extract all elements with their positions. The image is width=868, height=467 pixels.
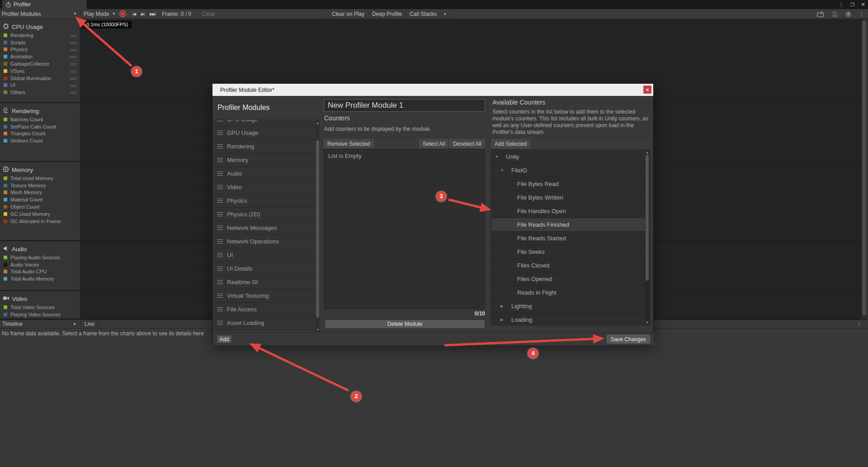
live-toggle[interactable]: Live — [81, 319, 98, 329]
help-icon[interactable]: ? — [845, 11, 851, 17]
legend-item[interactable]: Pre-buffered frames — [0, 318, 80, 319]
details-kebab-icon[interactable]: ⋮ — [856, 321, 862, 327]
dialog-titlebar[interactable]: Profiler Module Editor* — [212, 84, 653, 96]
save-profile-icon[interactable] — [832, 11, 838, 17]
drag-handle-icon[interactable] — [70, 78, 76, 78]
next-frame-button[interactable]: ▶| — [138, 12, 147, 16]
module-header[interactable]: CPU Usage — [0, 22, 80, 32]
legend-item[interactable]: GarbageCollector — [0, 60, 80, 67]
remove-selected-button[interactable]: Remove Selected — [324, 139, 374, 148]
legend-item[interactable]: Physics — [0, 46, 80, 53]
module-list-item-virtual-texturing[interactable]: Virtual Texturing — [212, 289, 316, 303]
tab-profiler[interactable]: Profiler — [2, 0, 87, 9]
foldout-collapsed-icon[interactable]: ▶ — [500, 318, 503, 322]
module-list-item-audio[interactable]: Audio — [212, 167, 316, 181]
legend-item[interactable]: Scripts — [0, 39, 80, 46]
load-profile-icon[interactable] — [817, 11, 824, 17]
legend-item[interactable]: SetPass Calls Count — [0, 123, 80, 130]
scroll-down-icon[interactable]: ▼ — [646, 321, 649, 324]
module-list-item-ui-details[interactable]: UI Details — [212, 262, 316, 276]
module-header[interactable]: Audio — [0, 244, 80, 254]
select-all-button[interactable]: Select All — [419, 139, 448, 148]
legend-item[interactable]: Vertices Count — [0, 137, 80, 144]
window-restore-icon[interactable]: ❐ — [850, 2, 854, 7]
legend-item[interactable]: Global Illumination — [0, 75, 80, 82]
counter-tree-item-lighting[interactable]: ▶Lighting — [491, 300, 650, 313]
module-header[interactable]: Memory — [0, 165, 80, 175]
drag-handle-icon[interactable] — [217, 160, 223, 161]
legend-item[interactable]: Others — [0, 89, 80, 96]
legend-item[interactable]: Triangles Count — [0, 130, 80, 138]
legend-item[interactable]: Animation — [0, 53, 80, 60]
counter-tree-item-file-reads-finished[interactable]: File Reads Finished — [491, 218, 650, 232]
window-close-icon[interactable]: ✕ — [861, 1, 865, 8]
drag-handle-icon[interactable] — [70, 56, 76, 57]
current-frame-button[interactable]: ▶▶| — [147, 12, 158, 16]
drag-handle-icon[interactable] — [217, 133, 223, 133]
drag-handle-icon[interactable] — [70, 42, 76, 43]
drag-handle-icon[interactable] — [70, 35, 76, 35]
module-list-item-realtime-gi[interactable]: Realtime GI — [212, 276, 316, 289]
legend-item[interactable]: Total Audio CPU — [0, 268, 80, 276]
drag-handle-icon[interactable] — [217, 323, 223, 324]
window-menu-icon[interactable]: ⋮ — [839, 1, 844, 8]
module-list-item-gpu-usage[interactable]: GPU Usage — [212, 126, 316, 140]
module-list-item-physics[interactable]: Physics — [212, 194, 316, 208]
dialog-close-button[interactable]: ✕ — [643, 86, 651, 94]
counter-tree-item-fileio[interactable]: ▼FileIO — [491, 164, 650, 177]
add-selected-button[interactable]: Add Selected — [491, 139, 530, 148]
drag-handle-icon[interactable] — [217, 295, 223, 296]
legend-item[interactable]: Batches Count — [0, 116, 80, 123]
legend-item[interactable]: Playing Video Sources — [0, 311, 80, 318]
counter-tree-item-files-closed[interactable]: Files Closed — [491, 259, 650, 272]
drag-handle-icon[interactable] — [217, 309, 223, 310]
drag-handle-icon[interactable] — [217, 146, 223, 147]
module-list-item-memory[interactable]: Memory — [212, 153, 316, 167]
module-counters-list[interactable]: List is Empty — [324, 149, 485, 309]
legend-item[interactable]: Total Used Memory — [0, 175, 80, 182]
legend-item[interactable]: Texture Memory — [0, 182, 80, 189]
legend-item[interactable]: Rendering — [0, 32, 80, 39]
counter-tree-item-reads-in-flight[interactable]: Reads in Flight — [491, 286, 650, 300]
module-list-item-network-messages[interactable]: Network Messages — [212, 221, 316, 235]
legend-item[interactable]: Material Count — [0, 196, 80, 203]
legend-item[interactable]: Total Audio Memory — [0, 275, 80, 282]
counter-tree-item-file-handles-open[interactable]: File Handles Open — [491, 205, 650, 218]
foldout-expanded-icon[interactable]: ▼ — [495, 155, 499, 159]
counter-tree-item-file-seeks[interactable]: File Seeks — [491, 245, 650, 259]
toolbar-kebab-icon[interactable]: ⋮ — [859, 11, 864, 17]
drag-handle-icon[interactable] — [70, 85, 76, 86]
drag-handle-icon[interactable] — [217, 255, 223, 256]
module-list-item-rendering[interactable]: Rendering — [212, 140, 316, 153]
legend-item[interactable]: Object Count — [0, 203, 80, 210]
drag-handle-icon[interactable] — [217, 214, 223, 215]
drag-handle-icon[interactable] — [70, 92, 76, 92]
module-list-item-ui[interactable]: UI — [212, 248, 316, 262]
module-header[interactable]: Rendering — [0, 106, 80, 116]
drag-handle-icon[interactable] — [217, 282, 223, 283]
clear-on-play-toggle[interactable]: Clear on Play — [328, 9, 368, 19]
scroll-up-icon[interactable]: ▲ — [316, 121, 319, 124]
call-stacks-dropdown[interactable]: Call Stacks — [406, 9, 440, 19]
module-list-item-file-access[interactable]: File Access — [212, 303, 316, 316]
drag-handle-icon[interactable] — [217, 228, 223, 229]
drag-handle-icon[interactable] — [70, 49, 76, 50]
drag-handle-icon[interactable] — [217, 187, 223, 188]
deep-profile-toggle[interactable]: Deep Profile — [368, 9, 406, 19]
counter-tree-item-file-reads-started[interactable]: File Reads Started — [491, 232, 650, 245]
record-button[interactable] — [119, 10, 126, 17]
counter-tree-item-unity[interactable]: ▼Unity — [491, 150, 650, 164]
legend-item[interactable]: Total Video Sources — [0, 304, 80, 311]
charts-scrollbar[interactable] — [861, 19, 867, 319]
module-name-input[interactable]: New Profiler Module 1 — [324, 99, 485, 112]
legend-item[interactable]: Audio Voices — [0, 261, 80, 268]
delete-module-button[interactable]: Delete Module — [325, 319, 485, 329]
previous-frame-button[interactable]: |◀ — [130, 12, 138, 16]
drag-handle-icon[interactable] — [70, 63, 76, 64]
details-view-dropdown[interactable]: Timeline ▼ — [0, 319, 80, 329]
foldout-expanded-icon[interactable]: ▼ — [500, 168, 504, 172]
scroll-up-icon[interactable]: ▲ — [646, 151, 649, 154]
counter-tree-item-file-bytes-read[interactable]: File Bytes Read — [491, 177, 650, 191]
counter-tree-item-files-opened[interactable]: Files Opened — [491, 272, 650, 286]
legend-item[interactable]: Mesh Memory — [0, 189, 80, 196]
